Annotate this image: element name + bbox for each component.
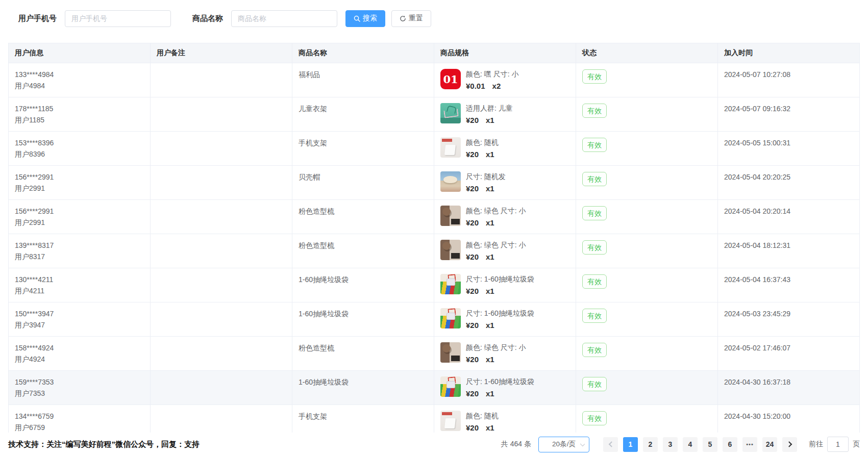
bags-product-image [440,308,461,328]
spec-attributes: 尺寸: 1-60抽绳垃圾袋 [466,377,534,386]
user-info-cell: 159****7353 用户7353 [9,371,151,405]
status-cell: 有效 [576,97,718,132]
spec-attributes: 颜色: 绿色 尺寸: 小 [466,343,526,352]
product-spec-cell: 01 颜色: 嘿 尺寸: 小 ¥0.01x2 [434,63,576,97]
table-row: 139****8317 用户8317 粉色造型梳 颜色: 绿色 尺寸: 小 ¥2… [9,234,860,268]
user-remark-cell [151,63,292,97]
join-time-cell: 2024-05-07 10:27:08 [718,63,860,97]
join-time: 2024-05-04 20:20:25 [724,171,853,183]
spec-price: ¥20 [466,321,479,330]
search-toolbar: 用户手机号 商品名称 搜索 重置 [0,0,868,37]
status-cell: 有效 [576,337,718,371]
column-header: 商品名称 [292,43,434,63]
page-button-1[interactable]: 1 [623,437,638,452]
chevron-right-icon [786,441,791,447]
spec-price: ¥20 [466,355,479,364]
product-spec-cell: 尺寸: 随机发 ¥20x1 [434,166,576,200]
user-nickname: 用户2991 [15,217,144,228]
spec-attributes: 适用人群: 儿童 [466,104,513,113]
page-button-5[interactable]: 5 [703,437,717,452]
user-info-cell: 156****2991 用户2991 [9,166,151,200]
reset-button[interactable]: 重置 [391,10,431,27]
product-name-input[interactable] [231,10,337,27]
spec-price: ¥0.01 [466,82,485,90]
goto-page: 前往 页 [809,437,860,452]
product-name: 手机支架 [299,411,428,422]
status-badge: 有效 [582,309,607,323]
next-page-button[interactable] [782,437,797,452]
user-nickname: 用户8317 [15,251,144,262]
product-name-cell: 粉色造型梳 [292,200,434,234]
status-badge: 有效 [582,240,607,255]
user-phone: 153****8396 [15,137,144,148]
page-button-2[interactable]: 2 [643,437,658,452]
product-spec-cell: 颜色: 绿色 尺寸: 小 ¥20x1 [434,234,576,268]
user-remark-cell [151,234,292,268]
page-button-4[interactable]: 4 [683,437,698,452]
product-name-cell: 手机支架 [292,132,434,166]
goto-page-input[interactable] [827,437,849,452]
spec-quantity: x1 [486,355,494,364]
spec-attributes: 尺寸: 1-60抽绳垃圾袋 [466,274,534,284]
spec-quantity: x2 [492,82,501,90]
status-badge: 有效 [582,274,607,289]
join-time-cell: 2024-05-04 16:37:43 [718,268,860,302]
product-spec-cell: 尺寸: 1-60抽绳垃圾袋 ¥20x1 [434,371,576,405]
user-phone: 159****7353 [15,376,144,388]
product-field-label: 商品名称 [192,14,223,23]
prev-page-button[interactable] [603,437,618,452]
page-size-value: 20条/页 [552,440,576,449]
user-info-cell: 139****8317 用户8317 [9,234,151,268]
table-row: 158****4924 用户4924 粉色造型梳 颜色: 绿色 尺寸: 小 ¥2… [9,337,860,371]
column-header: 商品规格 [434,43,576,63]
join-time: 2024-05-07 10:27:08 [724,69,853,80]
spec-quantity: x1 [486,116,494,124]
user-info-cell: 156****2991 用户2991 [9,200,151,234]
stand-product-image [440,411,461,431]
user-info-cell: 158****4924 用户4924 [9,337,151,371]
status-cell: 有效 [576,234,718,268]
spec-quantity: x1 [486,184,494,193]
spec-price: ¥20 [466,287,479,295]
spec-price: ¥20 [466,116,479,124]
user-info-cell: 133****4984 用户4984 [9,63,151,97]
join-time: 2024-05-03 23:45:29 [724,308,853,319]
status-cell: 有效 [576,268,718,302]
phone-field-label: 用户手机号 [18,14,57,23]
product-name: 1-60抽绳垃圾袋 [299,376,428,388]
footer-bar: 技术支持：关注“编写美好前程”微信公众号，回复：支持 共 464 条 20条/页… [0,433,868,456]
join-time: 2024-05-04 18:12:31 [724,240,853,251]
more-pages-button[interactable]: ••• [742,437,757,452]
table-row: 150****3947 用户3947 1-60抽绳垃圾袋 尺寸: 1-60抽绳垃… [9,302,860,337]
spec-attributes: 尺寸: 随机发 [466,172,506,181]
join-time: 2024-04-30 15:20:00 [724,411,853,422]
user-remark-cell [151,371,292,405]
page-button-3[interactable]: 3 [663,437,678,452]
spec-price: ¥20 [466,389,479,398]
search-button[interactable]: 搜索 [345,10,385,27]
page-size-select[interactable]: 20条/页 [538,437,589,452]
user-nickname: 用户4984 [15,80,144,91]
tech-support-text: 技术支持：关注“编写美好前程”微信公众号，回复：支持 [8,440,200,449]
join-time: 2024-04-30 16:37:18 [724,376,853,388]
join-time-cell: 2024-04-30 16:37:18 [718,371,860,405]
page-button-6[interactable]: 6 [723,437,737,452]
chevron-left-icon [608,441,614,447]
status-cell: 有效 [576,200,718,234]
last-page-button[interactable]: 24 [762,437,777,452]
user-phone: 158****4924 [15,342,144,353]
total-count: 共 464 条 [501,440,531,449]
hat-product-image [440,171,461,192]
spec-price: ¥20 [466,423,479,432]
spec-attributes: 颜色: 嘿 尺寸: 小 [466,69,518,79]
product-name: 儿童衣架 [299,103,428,114]
product-image-label [440,308,461,328]
join-time-cell: 2024-05-04 18:12:31 [718,234,860,268]
product-name-cell: 1-60抽绳垃圾袋 [292,302,434,337]
product-name-cell: 粉色造型梳 [292,337,434,371]
phone-input[interactable] [65,10,171,27]
join-time-cell: 2024-05-05 15:00:31 [718,132,860,166]
status-cell: 有效 [576,371,718,405]
pagination: 共 464 条 20条/页 123456 ••• 24 前往 页 [501,437,860,452]
product-spec-cell: 尺寸: 1-60抽绳垃圾袋 ¥20x1 [434,268,576,302]
